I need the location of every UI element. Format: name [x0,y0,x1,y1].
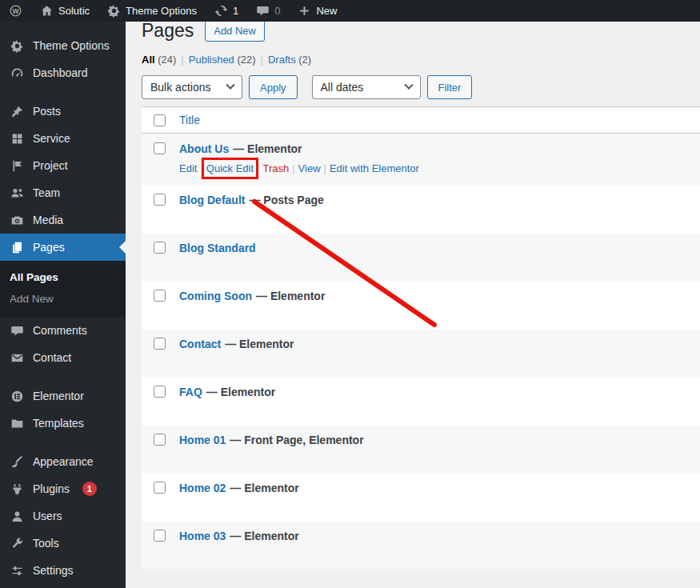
sidebar-item-elementor[interactable]: Elementor [0,382,126,410]
row-checkbox[interactable] [154,290,166,302]
page-state: — Elementor [233,142,302,155]
adminbar-item-solutic[interactable]: Solutic [31,0,98,22]
page-title-link[interactable]: Coming Soon [179,290,252,302]
page-title-link[interactable]: Contact [179,338,221,350]
sidebar-item-label: Settings [33,564,74,577]
adminbar-item-1[interactable]: 1 [206,0,247,22]
layout-icon [10,132,25,146]
sidebar-item-project[interactable]: Project [0,152,126,179]
sidebar-item-appearance[interactable]: Appearance [0,448,126,475]
submenu-item-add-new[interactable]: Add New [0,288,126,310]
view-filter-links: All (24)|Published (22)|Drafts (2) [142,54,700,66]
adminbar-item-label: Solutic [58,5,90,17]
row-checkbox[interactable] [154,530,166,542]
table-row: FAQ— Elementor [142,377,700,425]
gear-icon [107,4,121,18]
sidebar-item-dashboard[interactable]: Dashboard [0,59,126,86]
adminbar-item-0[interactable]: 0 [247,0,289,22]
page-title-link[interactable]: About Us [179,142,229,155]
plug-icon [10,482,25,496]
adminbar-item-label: 1 [233,5,238,17]
page-title-link[interactable]: Home 01 [179,434,226,446]
chevron-down-icon [404,81,413,90]
view-link-all[interactable]: All (24) [142,54,176,66]
sidebar-item-theme-options[interactable]: Theme Options [0,32,126,59]
pages-icon [10,241,25,254]
wordpress-icon: W [9,4,22,18]
row-action-quick-edit[interactable]: Quick Edit [206,162,254,174]
pushpin-icon [10,105,25,118]
row-action-edit[interactable]: Edit [179,162,197,174]
sidebar-item-pages[interactable]: Pages [0,234,126,261]
title-column-header[interactable]: Title [179,114,200,126]
select-all-checkbox[interactable] [154,114,166,126]
sidebar-item-users[interactable]: Users [0,502,126,530]
row-action-trash[interactable]: Trash [262,162,289,174]
sidebar-item-label: Service [33,132,70,145]
row-action-edit-with-elementor[interactable]: Edit with Elementor [330,162,419,174]
sidebar-item-label: Pages [33,241,65,254]
row-actions: Edit|Quick Edit|Trash|View|Edit with Ele… [179,162,700,174]
home-icon [40,4,54,18]
view-link-drafts[interactable]: Drafts (2) [268,54,311,66]
row-checkbox[interactable] [154,242,166,254]
row-checkbox[interactable] [154,482,166,494]
admin-sidebar: Theme OptionsDashboardPostsServiceProjec… [0,22,126,588]
view-separator: | [181,54,183,66]
sidebar-item-posts[interactable]: Posts [0,98,126,125]
page-title-link[interactable]: Blog Standard [179,242,256,254]
table-row: Home 01— Front Page, Elementor [142,425,700,473]
row-checkbox[interactable] [154,194,166,206]
sidebar-item-settings[interactable]: Settings [0,557,126,584]
sidebar-item-label: Contact [33,351,71,364]
row-checkbox[interactable] [154,434,166,446]
sidebar-item-label: Team [33,186,60,199]
action-separator: | [257,162,259,174]
submenu-item-all-pages[interactable]: All Pages [0,266,126,288]
page-title-link[interactable]: Home 03 [179,530,226,542]
adminbar-item-theme-options[interactable]: Theme Options [98,0,206,22]
row-checkbox[interactable] [154,338,166,350]
page-title-link[interactable]: FAQ [179,386,202,398]
sidebar-item-label: Tools [33,537,59,550]
sidebar-item-label: Project [33,159,68,172]
dashboard-icon [10,66,25,80]
adminbar-item-wordpress[interactable]: W [0,0,31,22]
page-title-link[interactable]: Home 02 [179,482,226,494]
table-row: Home 02— Elementor [142,473,700,521]
bulk-actions-select[interactable]: Bulk actions [142,75,242,99]
dates-filter-value: All dates [321,81,364,94]
sidebar-item-templates[interactable]: Templates [0,410,126,437]
view-count: (24) [158,54,176,66]
sidebar-item-media[interactable]: Media [0,206,126,234]
main-content: Pages Add New All (24)|Published (22)|Dr… [126,0,700,569]
add-new-button[interactable]: Add New [205,20,265,42]
table-row: About Us— ElementorEdit|Quick Edit|Trash… [142,134,700,185]
action-separator: | [200,162,202,174]
adminbar-item-new[interactable]: New [289,0,346,22]
sidebar-item-contact[interactable]: Contact [0,344,126,371]
view-link-published[interactable]: Published (22) [189,54,256,66]
elementor-icon [10,390,25,403]
sidebar-item-tools[interactable]: Tools [0,530,126,557]
people-icon [10,186,25,200]
row-action-view[interactable]: View [298,162,321,174]
filter-button[interactable]: Filter [427,75,473,99]
page-title-link[interactable]: Blog Default [179,194,245,206]
dates-filter-select[interactable]: All dates [312,75,421,99]
sidebar-item-comments[interactable]: Comments [0,317,126,344]
adminbar-item-label: Theme Options [126,5,197,17]
page-title: Pages [142,20,194,42]
table-header-row: Title [142,107,700,134]
view-count: (22) [237,54,255,66]
apply-button[interactable]: Apply [249,75,298,99]
sidebar-item-service[interactable]: Service [0,125,126,152]
view-separator: | [261,54,263,66]
row-checkbox[interactable] [154,386,166,398]
row-checkbox[interactable] [154,142,166,154]
table-row: Coming Soon— Elementor [142,281,700,329]
sidebar-item-team[interactable]: Team [0,179,126,206]
sidebar-item-plugins[interactable]: Plugins1 [0,475,126,502]
sidebar-item-label: Appearance [33,455,94,468]
action-separator: | [292,162,294,174]
